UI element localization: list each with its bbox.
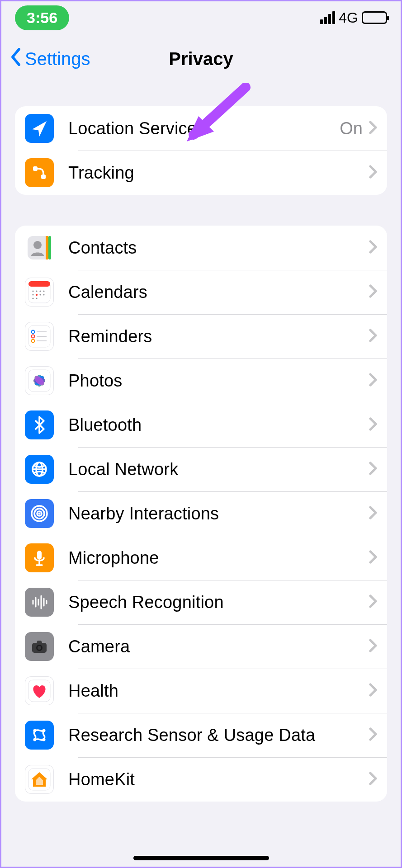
camera-icon	[25, 632, 54, 661]
row-label: Speech Recognition	[68, 593, 369, 612]
svg-point-50	[38, 646, 41, 650]
chevron-right-icon	[369, 772, 377, 787]
row-health[interactable]: Health	[15, 669, 387, 713]
row-label: Nearby Interactions	[68, 504, 369, 524]
home-icon	[25, 765, 54, 794]
settings-group-data-access: Contacts Calendars Reminders	[15, 226, 387, 802]
svg-point-16	[36, 297, 37, 299]
svg-rect-3	[46, 236, 48, 259]
waveform-icon	[25, 588, 54, 617]
chevron-right-icon	[369, 373, 377, 388]
svg-point-14	[43, 294, 44, 295]
bluetooth-icon	[25, 410, 54, 439]
row-label: Tracking	[68, 163, 369, 183]
row-label: Bluetooth	[68, 415, 369, 435]
row-label: Research Sensor & Usage Data	[68, 726, 369, 745]
tracking-icon	[25, 158, 54, 187]
calendar-icon	[25, 278, 54, 307]
row-label: Photos	[68, 371, 369, 391]
cellular-signal-icon	[320, 11, 335, 24]
nearby-interactions-icon	[25, 499, 54, 528]
svg-point-9	[36, 290, 37, 292]
back-button[interactable]: Settings	[1, 48, 90, 70]
microphone-icon	[25, 543, 54, 572]
globe-icon	[25, 455, 54, 484]
row-bluetooth[interactable]: Bluetooth	[15, 403, 387, 447]
chevron-right-icon	[369, 594, 377, 610]
row-label: Reminders	[68, 327, 369, 346]
row-label: Camera	[68, 637, 369, 656]
row-local-network[interactable]: Local Network	[15, 447, 387, 491]
chevron-right-icon	[369, 240, 377, 255]
settings-group-location: Location Services On Tracking	[15, 106, 387, 195]
network-label: 4G	[339, 9, 358, 26]
chevron-right-icon	[369, 284, 377, 300]
row-label: Location Services	[68, 119, 340, 138]
status-bar: 3:56 4G	[1, 1, 401, 34]
row-label: Local Network	[68, 460, 369, 479]
row-research-sensor[interactable]: Research Sensor & Usage Data	[15, 713, 387, 757]
heart-icon	[25, 676, 54, 705]
row-nearby-interactions[interactable]: Nearby Interactions	[15, 491, 387, 536]
row-label: Health	[68, 681, 369, 701]
chevron-right-icon	[369, 550, 377, 566]
battery-icon	[362, 11, 387, 24]
row-microphone[interactable]: Microphone	[15, 536, 387, 580]
status-right: 4G	[320, 9, 387, 26]
row-camera[interactable]: Camera	[15, 624, 387, 669]
row-label: Calendars	[68, 283, 369, 302]
location-arrow-icon	[25, 114, 54, 143]
reminders-icon	[25, 322, 54, 351]
row-label: HomeKit	[68, 770, 369, 789]
svg-point-12	[32, 294, 33, 295]
svg-point-13	[39, 294, 41, 295]
row-homekit[interactable]: HomeKit	[15, 757, 387, 802]
row-value: On	[340, 119, 363, 138]
chevron-right-icon	[369, 329, 377, 344]
home-indicator[interactable]	[133, 856, 269, 860]
status-time-pill: 3:56	[15, 5, 69, 30]
svg-point-10	[39, 290, 41, 292]
svg-point-17	[36, 294, 38, 296]
row-label: Microphone	[68, 548, 369, 568]
row-photos[interactable]: Photos	[15, 359, 387, 403]
chevron-right-icon	[369, 417, 377, 433]
svg-point-5	[33, 241, 42, 249]
svg-point-40	[38, 513, 41, 515]
photos-icon	[25, 366, 54, 395]
chevron-right-icon	[369, 639, 377, 654]
svg-rect-41	[37, 551, 42, 560]
nav-header: Settings Privacy	[1, 34, 401, 84]
row-contacts[interactable]: Contacts	[15, 226, 387, 270]
chevron-left-icon	[9, 48, 22, 70]
chevron-right-icon	[369, 683, 377, 698]
row-reminders[interactable]: Reminders	[15, 314, 387, 359]
chevron-right-icon	[369, 121, 377, 136]
chevron-right-icon	[369, 462, 377, 477]
row-speech-recognition[interactable]: Speech Recognition	[15, 580, 387, 624]
row-label: Contacts	[68, 238, 369, 258]
svg-rect-4	[48, 236, 51, 259]
back-label: Settings	[25, 49, 90, 69]
svg-point-15	[32, 297, 33, 299]
row-location-services[interactable]: Location Services On	[15, 106, 387, 151]
row-tracking[interactable]: Tracking	[15, 151, 387, 195]
row-calendars[interactable]: Calendars	[15, 270, 387, 314]
research-sensor-icon	[25, 721, 54, 750]
chevron-right-icon	[369, 165, 377, 180]
chevron-right-icon	[369, 727, 377, 743]
contacts-icon	[25, 233, 54, 262]
svg-point-8	[32, 290, 33, 292]
chevron-right-icon	[369, 506, 377, 521]
svg-point-11	[43, 290, 44, 292]
svg-rect-7	[28, 281, 50, 287]
